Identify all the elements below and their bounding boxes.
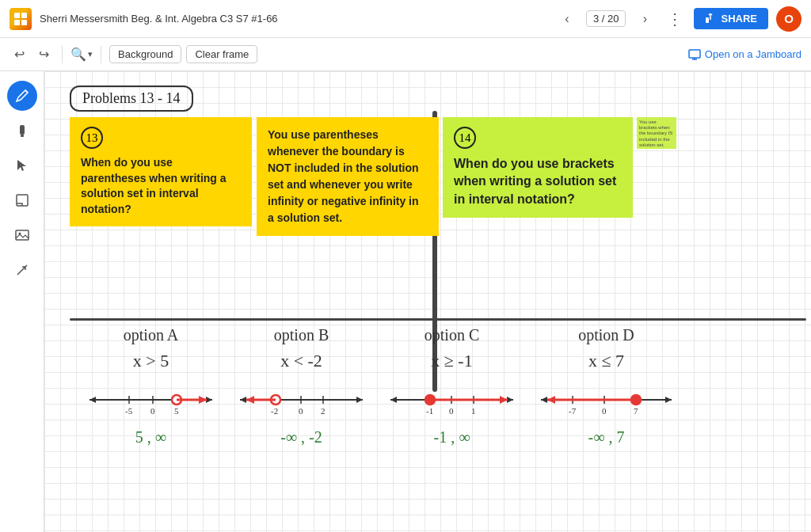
clear-frame-button[interactable]: Clear frame — [186, 45, 257, 63]
svg-rect-5 — [689, 50, 700, 58]
svg-text:0: 0 — [602, 406, 607, 416]
problem-number-14: 14 — [454, 127, 476, 149]
option-b: option B x < -2 -2 0 2 — [228, 326, 375, 446]
background-button[interactable]: Background — [109, 45, 181, 63]
number-line-a: -5 0 5 — [82, 382, 220, 422]
svg-rect-6 — [20, 125, 25, 135]
svg-marker-37 — [507, 397, 513, 403]
option-c-expr: x ≥ -1 — [379, 351, 525, 371]
sticky-note-13[interactable]: 13 When do you use parentheses when writ… — [70, 117, 252, 226]
toolbar-separator-2 — [101, 46, 101, 63]
sticky-note-14[interactable]: 14 When do you use brackets when writing… — [443, 117, 633, 218]
zoom-dropdown-arrow: ▾ — [88, 49, 93, 59]
number-line-b: -2 0 2 — [232, 382, 371, 422]
answer-note-13: You use parentheses whenever the boundar… — [257, 117, 439, 236]
image-tool-button[interactable] — [7, 220, 37, 250]
zoom-icon: 🔍 — [70, 47, 86, 62]
svg-text:0: 0 — [299, 406, 303, 416]
user-avatar[interactable]: O — [776, 6, 801, 32]
image-icon — [14, 227, 30, 243]
svg-marker-22 — [199, 396, 207, 404]
svg-marker-49 — [665, 397, 672, 403]
svg-rect-1 — [21, 13, 27, 18]
svg-marker-25 — [356, 397, 363, 403]
pen-tool-button[interactable] — [7, 81, 37, 111]
marker-tool-button[interactable] — [7, 116, 37, 146]
monitor-icon — [688, 49, 701, 60]
sticky-note-tool-button[interactable] — [7, 185, 37, 215]
zoom-control[interactable]: 🔍 ▾ — [70, 47, 93, 62]
main-area: Problems 13 - 14 13 When do you use pare… — [0, 71, 811, 532]
svg-marker-12 — [89, 397, 96, 403]
horizontal-separator — [70, 318, 806, 321]
undo-button[interactable]: ↩ — [10, 44, 29, 65]
svg-text:-1: -1 — [426, 406, 433, 416]
marker-icon — [14, 123, 30, 139]
number-line-d: -7 0 7 — [533, 382, 680, 422]
document-title: Sherri Messersmith Beg. & Int. Algebra C… — [40, 13, 548, 25]
svg-text:0: 0 — [449, 406, 454, 416]
share-button[interactable]: SHARE — [694, 8, 768, 29]
option-c-result: -1 , ∞ — [379, 428, 525, 446]
option-a-expr: x > 5 — [78, 351, 224, 371]
next-page-button[interactable]: › — [634, 8, 656, 30]
small-sticky-note: You use brackets when the boundary IS in… — [637, 117, 676, 149]
option-d-result: -∞ , 7 — [529, 428, 683, 446]
option-b-expr: x < -2 — [228, 351, 375, 371]
svg-rect-0 — [14, 13, 20, 18]
svg-text:-5: -5 — [125, 406, 133, 416]
svg-marker-46 — [500, 396, 508, 404]
svg-text:5: 5 — [174, 406, 179, 416]
svg-text:-7: -7 — [569, 406, 577, 416]
title-box: Problems 13 - 14 — [70, 86, 193, 112]
svg-marker-13 — [206, 397, 212, 403]
pen-icon — [14, 88, 30, 104]
option-d-expr: x ≤ 7 — [529, 351, 683, 371]
select-icon — [14, 158, 30, 173]
select-tool-button[interactable] — [7, 150, 37, 180]
toolbar-separator — [62, 46, 63, 63]
top-bar: Sherri Messersmith Beg. & Int. Algebra C… — [0, 0, 811, 38]
svg-rect-7 — [21, 135, 24, 137]
open-jamboard-button[interactable]: Open on a Jamboard — [688, 48, 801, 60]
toolbar: ↩ ↪ 🔍 ▾ Background Clear frame Open on a… — [0, 38, 811, 71]
option-b-label: option B — [228, 326, 375, 344]
svg-rect-3 — [21, 20, 27, 25]
svg-marker-34 — [246, 396, 254, 404]
svg-rect-2 — [14, 20, 20, 25]
svg-marker-48 — [541, 397, 547, 403]
option-c-label: option C — [379, 326, 525, 344]
more-options-button[interactable]: ⋮ — [664, 10, 686, 28]
laser-tool-button[interactable] — [7, 255, 37, 285]
option-b-result: -∞ , -2 — [228, 428, 375, 446]
svg-text:-2: -2 — [271, 406, 278, 416]
svg-rect-4 — [706, 17, 709, 23]
svg-text:7: 7 — [634, 406, 638, 416]
option-a-label: option A — [78, 326, 224, 344]
whiteboard[interactable]: Problems 13 - 14 13 When do you use pare… — [44, 71, 811, 532]
option-d: option D x ≤ 7 -7 0 7 — [529, 326, 683, 446]
canvas-area[interactable]: Problems 13 - 14 13 When do you use pare… — [44, 71, 811, 532]
svg-marker-24 — [240, 397, 246, 403]
svg-marker-58 — [547, 396, 555, 404]
redo-button[interactable]: ↪ — [34, 44, 54, 65]
problem-number-13: 13 — [81, 127, 103, 149]
laser-icon — [14, 262, 30, 278]
prev-page-button[interactable]: ‹ — [556, 8, 578, 30]
option-c: option C x ≥ -1 -1 0 1 — [379, 326, 525, 446]
question-14-text: When do you use brackets when writing a … — [454, 155, 622, 208]
svg-rect-9 — [16, 230, 29, 240]
svg-text:2: 2 — [321, 406, 326, 416]
option-a-result: 5 , ∞ — [78, 428, 224, 446]
svg-text:0: 0 — [150, 406, 155, 416]
left-sidebar — [0, 71, 44, 532]
page-indicator: 3 / 20 — [586, 10, 626, 27]
share-icon — [705, 13, 716, 25]
app-logo — [10, 8, 32, 30]
question-13-text: When do you use parentheses when writing… — [81, 155, 241, 217]
svg-text:1: 1 — [471, 406, 476, 416]
option-a: option A x > 5 -5 0 5 — [78, 326, 224, 446]
svg-marker-36 — [390, 397, 397, 403]
option-d-label: option D — [529, 326, 683, 344]
sticky-note-icon — [14, 192, 30, 208]
